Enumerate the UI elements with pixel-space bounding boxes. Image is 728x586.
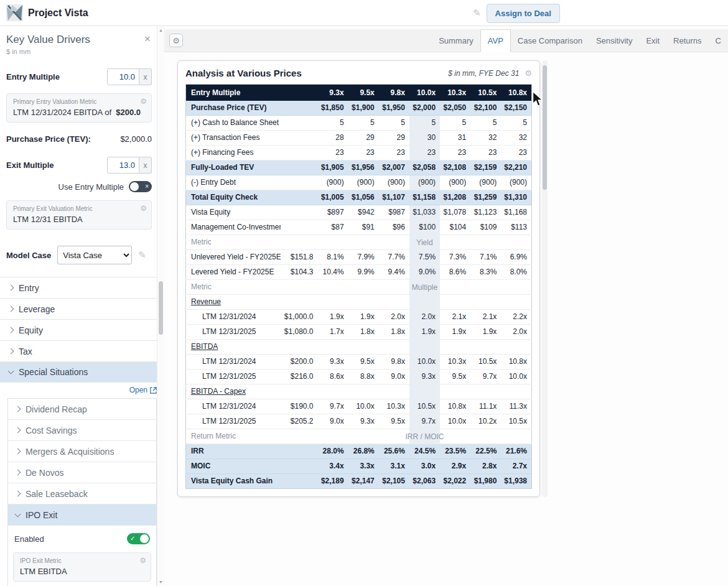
entry-multiple-input[interactable] xyxy=(107,68,139,85)
row-metric-value xyxy=(281,459,318,474)
cell xyxy=(440,235,470,250)
sidebar-scrollbar[interactable]: ▲ ▼ xyxy=(157,26,164,586)
panel-settings-gear-button[interactable]: ⚙ xyxy=(169,34,183,47)
sidebar-section-mergers-acquisitions[interactable]: Mergers & Acquisitions xyxy=(8,441,156,462)
ipo-exit-content: Enabled ✓ IPO Exit Metric LTM EBITDA ⚙ xyxy=(8,526,156,586)
cell: IRR / MOIC xyxy=(409,429,440,444)
main-scrollbar[interactable] xyxy=(542,60,548,497)
cell: 8.6x xyxy=(318,370,348,384)
tab-returns[interactable]: Returns xyxy=(666,29,709,52)
sidebar-scrollbar-thumb[interactable] xyxy=(159,281,163,335)
row-metric-value xyxy=(281,175,318,190)
chevron-right-icon xyxy=(15,449,21,455)
avp-row-transaction-fees: (+) Transaction Fees28292930313232 xyxy=(186,131,532,146)
tab-c[interactable]: C xyxy=(709,29,728,52)
cell: 9.5x xyxy=(348,355,379,370)
cell: 2.1x xyxy=(470,310,501,325)
row-label: LTM 12/31/2025 xyxy=(186,370,281,384)
cell xyxy=(409,384,440,399)
tab-case-comparison[interactable]: Case Comparison xyxy=(511,29,589,52)
cell: 29 xyxy=(379,131,409,146)
main-scrollbar-thumb[interactable] xyxy=(543,65,547,190)
cell: $2,189 xyxy=(318,474,348,489)
avp-col-10-5x: 10.5x xyxy=(470,85,501,101)
sidebar-section-de-novos[interactable]: De Novos xyxy=(8,462,156,483)
cell: $2,108 xyxy=(440,160,470,175)
section-center-label: Yield xyxy=(416,238,432,247)
scroll-down-icon[interactable]: ▼ xyxy=(157,580,164,584)
cell: 23 xyxy=(348,146,379,160)
sidebar-section-entry[interactable]: Entry xyxy=(0,277,164,298)
cell xyxy=(318,429,348,444)
row-label: EBITDA xyxy=(186,340,281,355)
cell: 28 xyxy=(318,131,348,146)
avp-row-metric: MetricYield xyxy=(186,235,532,250)
row-metric-value: $1,000.0 xyxy=(281,310,318,325)
row-metric-value xyxy=(281,146,318,160)
row-metric-value: $104.3 xyxy=(281,265,318,280)
cell xyxy=(470,340,501,355)
cell: 5 xyxy=(318,116,348,131)
close-icon[interactable]: × xyxy=(144,34,151,44)
sidebar-section-dividend-recap[interactable]: Dividend Recap xyxy=(8,399,156,420)
use-entry-multiple-label: Use Entry Multiple xyxy=(58,182,124,192)
assign-to-deal-button[interactable]: Assign to Deal xyxy=(487,4,560,23)
cell: 10.5x xyxy=(470,355,501,370)
open-special-situations-link[interactable]: Open xyxy=(129,386,157,394)
cell: 3.0x xyxy=(409,459,440,474)
tab-summary[interactable]: Summary xyxy=(432,29,480,52)
gear-icon[interactable]: ⚙ xyxy=(139,557,146,564)
sidebar-section-tax[interactable]: Tax xyxy=(0,340,164,361)
sidebar-section-sale-leaseback[interactable]: Sale Leaseback xyxy=(8,483,156,505)
cell: 9.5x xyxy=(379,414,409,429)
cell: 32 xyxy=(501,131,531,146)
cell xyxy=(440,429,470,444)
sidebar-section-cost-savings[interactable]: Cost Savings xyxy=(8,420,156,441)
cell: $2,159 xyxy=(470,160,501,175)
cell: 9.7x xyxy=(409,414,440,429)
cell: 7.3% xyxy=(440,250,470,265)
edit-case-pencil-icon[interactable]: ✎ xyxy=(138,249,146,261)
tab-sensitivity[interactable]: Sensitivity xyxy=(589,29,640,52)
cell: 2.7x xyxy=(501,459,531,474)
use-entry-multiple-toggle[interactable]: × xyxy=(129,181,152,192)
cell: $1,123 xyxy=(470,205,501,220)
purchase-price-label: Purchase Price (TEV): xyxy=(6,134,91,144)
sidebar-section-special-situations[interactable]: Special Situations xyxy=(0,361,164,383)
cell xyxy=(379,340,409,355)
cell: Yield xyxy=(409,235,440,250)
app-logo-icon xyxy=(6,4,23,21)
row-label: Return Metric xyxy=(186,429,281,444)
ipo-enabled-label: Enabled xyxy=(14,534,44,544)
exit-metric-value: LTM 12/31 EBITDA xyxy=(13,215,134,224)
edit-title-pencil-icon[interactable]: ✎ xyxy=(473,7,481,19)
row-metric-value: $216.0 xyxy=(281,370,318,384)
section-center-label: Multiple xyxy=(412,283,437,292)
cell: $2,105 xyxy=(379,474,409,489)
cell: 1.9x xyxy=(440,325,470,340)
tab-avp[interactable]: AVP xyxy=(480,29,511,52)
cell: $1,208 xyxy=(440,190,470,205)
avp-row-ltm-12-31-2024-200-0: LTM 12/31/2024$200.09.3x9.5x9.8x10.0x10.… xyxy=(186,355,532,370)
cell: 23 xyxy=(409,146,440,160)
scroll-up-icon[interactable]: ▲ xyxy=(157,28,164,32)
cell: $987 xyxy=(379,205,409,220)
sidebar-section-equity[interactable]: Equity xyxy=(0,319,164,340)
avp-settings-gear-icon[interactable]: ⚙ xyxy=(525,69,532,77)
cell xyxy=(348,295,379,310)
ipo-enabled-toggle[interactable]: ✓ xyxy=(127,533,150,544)
model-case-select[interactable]: Vista Case xyxy=(57,246,132,264)
cell xyxy=(501,235,531,250)
cell xyxy=(501,429,531,444)
cell: 9.3x xyxy=(409,370,440,384)
main-content: ⚙ SummaryAVPCase ComparisonSensitivityEx… xyxy=(164,26,728,586)
sidebar-section-ipo-exit[interactable]: IPO Exit xyxy=(8,505,156,526)
sidebar-section-leverage[interactable]: Leverage xyxy=(0,298,164,319)
gear-icon[interactable]: ⚙ xyxy=(140,205,147,212)
cell: 2.0x xyxy=(379,310,409,325)
chevron-right-icon xyxy=(8,306,14,312)
cell: 10.0x xyxy=(348,399,379,414)
gear-icon[interactable]: ⚙ xyxy=(140,98,147,105)
tab-exit[interactable]: Exit xyxy=(639,29,666,52)
exit-multiple-input[interactable] xyxy=(107,157,139,174)
